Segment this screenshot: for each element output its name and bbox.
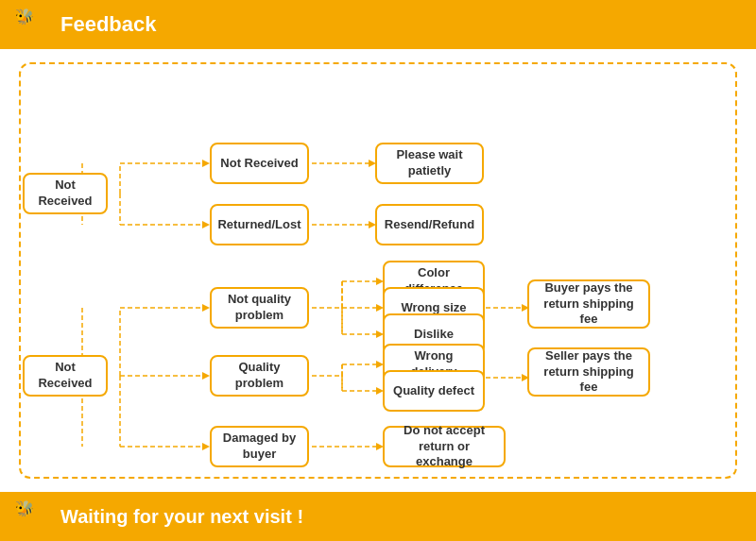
damaged-by-buyer-box: Damaged by buyer — [210, 426, 309, 467]
arrows-svg — [21, 64, 735, 477]
svg-marker-5 — [202, 221, 210, 228]
main-content: Not Received Not Received Returned/Lost … — [0, 49, 756, 492]
not-quality-problem-box: Not quality problem — [210, 287, 309, 329]
svg-marker-2 — [202, 160, 210, 167]
quality-defect-box: Quality defect — [383, 370, 485, 412]
bee-icon-footer: 🐝 — [15, 499, 49, 533]
returned-lost-box: Returned/Lost — [210, 204, 309, 245]
bee-icon-header: 🐝 — [15, 8, 49, 42]
seller-pays-box: Seller pays the return shipping fee — [527, 347, 650, 397]
buyer-pays-box: Buyer pays the return shipping fee — [527, 279, 650, 329]
footer: 🐝 Waiting for your next visit ! — [0, 492, 756, 541]
please-wait-box: Please wait patietly — [375, 143, 484, 184]
svg-marker-12 — [202, 304, 210, 312]
resend-refund-box: Resend/Refund — [375, 204, 484, 245]
not-received-box-1: Not Received — [23, 173, 108, 214]
header-title: Feedback — [60, 12, 157, 37]
svg-marker-14 — [202, 372, 210, 380]
not-received-sub-box: Not Received — [210, 143, 309, 184]
svg-marker-17 — [202, 443, 210, 450]
diagram-container: Not Received Not Received Returned/Lost … — [19, 62, 737, 479]
do-not-accept-box: Do not accept return or exchange — [383, 426, 506, 467]
footer-title: Waiting for your next visit ! — [60, 506, 303, 528]
not-received-box-2: Not Received — [23, 355, 108, 397]
header: 🐝 Feedback — [0, 0, 756, 49]
quality-problem-box: Quality problem — [210, 355, 309, 397]
